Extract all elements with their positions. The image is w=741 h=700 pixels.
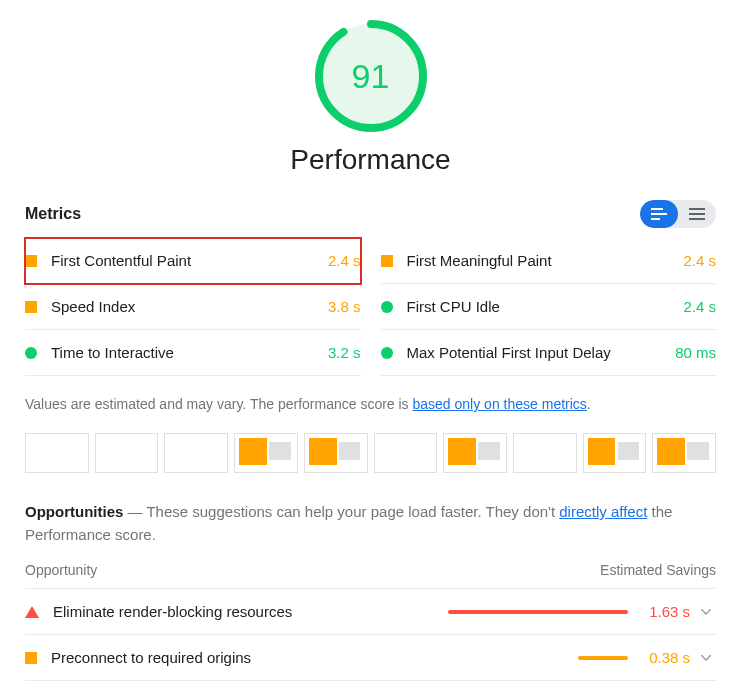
- svg-rect-7: [689, 218, 705, 220]
- status-circle-icon: [381, 347, 393, 359]
- opportunities-intro-link[interactable]: directly affect: [559, 503, 647, 520]
- metric-value: 3.8 s: [328, 298, 361, 315]
- metrics-grid: First Contentful Paint 2.4 s First Meani…: [25, 238, 716, 376]
- note-text: Values are estimated and may vary. The p…: [25, 396, 413, 412]
- metric-name: Max Potential First Input Delay: [407, 344, 676, 361]
- metrics-heading: Metrics: [25, 205, 81, 223]
- savings-bar-wrap: [448, 610, 628, 614]
- view-compact-button[interactable]: [640, 200, 678, 228]
- chevron-down-icon: [696, 655, 716, 661]
- note-suffix: .: [587, 396, 591, 412]
- status-square-icon: [25, 652, 37, 664]
- score-value: 91: [315, 20, 427, 132]
- metric-name: First Meaningful Paint: [407, 252, 684, 269]
- opportunity-row[interactable]: Preconnect to required origins 0.38 s: [25, 635, 716, 681]
- savings-bar: [578, 656, 628, 660]
- metric-row[interactable]: Max Potential First Input Delay 80 ms: [381, 330, 717, 376]
- metric-value: 80 ms: [675, 344, 716, 361]
- metrics-note-link[interactable]: based only on these metrics: [413, 396, 587, 412]
- intro-text: These suggestions can help your page loa…: [146, 503, 559, 520]
- opportunities-label: Opportunities: [25, 503, 123, 520]
- view-toggle: [640, 200, 716, 228]
- filmstrip-frame: [164, 433, 228, 473]
- status-square-icon: [381, 255, 393, 267]
- metric-row[interactable]: First CPU Idle 2.4 s: [381, 284, 717, 330]
- metric-value: 2.4 s: [683, 298, 716, 315]
- metric-name: First CPU Idle: [407, 298, 684, 315]
- view-expanded-button[interactable]: [678, 200, 716, 228]
- metric-row[interactable]: First Meaningful Paint 2.4 s: [381, 238, 717, 284]
- metric-value: 2.4 s: [683, 252, 716, 269]
- filmstrip-frame: [583, 433, 647, 473]
- metric-name: Speed Index: [51, 298, 328, 315]
- metrics-note: Values are estimated and may vary. The p…: [25, 394, 716, 415]
- score-label: Performance: [290, 144, 450, 176]
- score-gauge-section: 91 Performance: [25, 20, 716, 176]
- opportunity-name: Preconnect to required origins: [51, 649, 448, 666]
- filmstrip: [25, 433, 716, 473]
- filmstrip-frame: [95, 433, 159, 473]
- svg-rect-4: [651, 218, 660, 220]
- compact-view-icon: [651, 208, 667, 220]
- status-circle-icon: [381, 301, 393, 313]
- filmstrip-frame: [652, 433, 716, 473]
- status-square-icon: [25, 255, 37, 267]
- svg-rect-6: [689, 213, 705, 215]
- metric-value: 3.2 s: [328, 344, 361, 361]
- metric-row[interactable]: Speed Index 3.8 s: [25, 284, 361, 330]
- metric-value: 2.4 s: [328, 252, 361, 269]
- filmstrip-frame: [513, 433, 577, 473]
- filmstrip-frame: [304, 433, 368, 473]
- opportunity-value: 0.38 s: [638, 649, 690, 666]
- status-square-icon: [25, 301, 37, 313]
- svg-rect-5: [689, 208, 705, 210]
- svg-rect-3: [651, 213, 667, 215]
- savings-bar-wrap: [448, 656, 628, 660]
- svg-rect-2: [651, 208, 663, 210]
- savings-column-label: Estimated Savings: [600, 562, 716, 578]
- metric-row[interactable]: Time to Interactive 3.2 s: [25, 330, 361, 376]
- opportunity-column-label: Opportunity: [25, 562, 97, 578]
- dash: —: [123, 503, 146, 520]
- status-triangle-icon: [25, 606, 39, 618]
- score-gauge: 91: [315, 20, 427, 132]
- metric-row[interactable]: First Contentful Paint 2.4 s: [25, 238, 361, 284]
- savings-bar: [448, 610, 628, 614]
- opportunities-intro: Opportunities — These suggestions can he…: [25, 501, 716, 546]
- expanded-view-icon: [689, 208, 705, 220]
- filmstrip-frame: [25, 433, 89, 473]
- opportunity-name: Eliminate render-blocking resources: [53, 603, 448, 620]
- filmstrip-frame: [443, 433, 507, 473]
- filmstrip-frame: [234, 433, 298, 473]
- metric-name: First Contentful Paint: [51, 252, 328, 269]
- opportunities-header-row: Opportunity Estimated Savings: [25, 562, 716, 589]
- chevron-down-icon: [696, 609, 716, 615]
- opportunity-value: 1.63 s: [638, 603, 690, 620]
- opportunity-row[interactable]: Eliminate render-blocking resources 1.63…: [25, 589, 716, 635]
- metric-name: Time to Interactive: [51, 344, 328, 361]
- filmstrip-frame: [374, 433, 438, 473]
- status-circle-icon: [25, 347, 37, 359]
